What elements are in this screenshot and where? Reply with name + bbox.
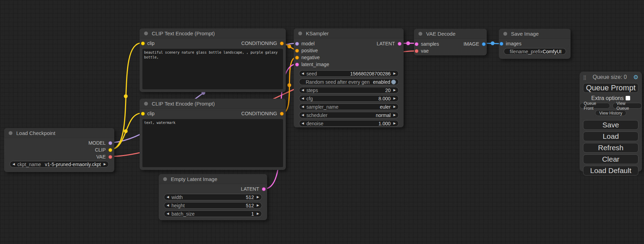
toggle-led-icon[interactable] xyxy=(391,80,396,84)
view-history-button[interactable]: View History xyxy=(595,110,626,116)
output-label-model: MODEL xyxy=(88,140,106,146)
increment-icon[interactable]: ▶ xyxy=(394,114,396,117)
output-slot-latent[interactable] xyxy=(398,42,402,46)
collapse-dot-icon[interactable] xyxy=(144,31,148,35)
increment-icon[interactable]: ▶ xyxy=(394,72,396,75)
increment-icon[interactable]: ▶ xyxy=(394,89,396,92)
widget-label: height xyxy=(171,203,185,208)
output-label-clip: CLIP xyxy=(95,147,106,153)
decrement-icon[interactable]: ◀ xyxy=(167,212,169,215)
decrement-icon[interactable]: ◀ xyxy=(302,114,304,117)
load-button[interactable]: Load xyxy=(583,132,638,141)
decrement-icon[interactable]: ◀ xyxy=(302,89,304,92)
output-label-image: IMAGE xyxy=(464,41,479,47)
input-slot-vae[interactable] xyxy=(415,49,418,53)
decrement-icon[interactable]: ◀ xyxy=(167,196,169,199)
random-seed-toggle[interactable]: Random seed after every gen enabled xyxy=(299,79,399,85)
node-save-image[interactable]: Save Image images filename_prefix ComfyU… xyxy=(499,29,571,59)
save-button[interactable]: Save xyxy=(583,120,638,130)
input-slot-negative[interactable] xyxy=(295,56,299,60)
node-load-checkpoint[interactable]: Load Checkpoint MODEL CLIP VAE ◀ ckpt_na… xyxy=(4,128,114,172)
height-widget[interactable]: ◀ height 512 ▶ xyxy=(164,202,262,209)
queue-prompt-button[interactable]: Queue Prompt xyxy=(583,83,638,93)
output-slot-model[interactable] xyxy=(108,141,112,145)
node-vae-decode[interactable]: VAE Decode samples IMAGE vae xyxy=(414,29,487,55)
collapse-dot-icon[interactable] xyxy=(9,131,12,135)
input-slot-latent-image[interactable] xyxy=(295,63,299,66)
node-header: VAE Decode xyxy=(414,29,487,39)
collapse-dot-icon[interactable] xyxy=(503,32,507,36)
input-label-images: images xyxy=(506,41,521,46)
node-ksampler[interactable]: KSampler model LATENT positive negative … xyxy=(294,28,404,127)
denoise-widget[interactable]: ◀ denoise 1.000 ▶ xyxy=(299,120,399,127)
output-slot-conditioning[interactable] xyxy=(280,112,284,116)
input-slot-images[interactable] xyxy=(500,42,503,46)
decrement-icon[interactable]: ◀ xyxy=(167,204,169,207)
cfg-widget[interactable]: ◀ cfg 8.000 ▶ xyxy=(299,95,399,102)
drag-handle-icon[interactable]: ⣿ xyxy=(583,75,586,80)
output-label-latent: LATENT xyxy=(241,186,259,192)
increment-icon[interactable]: ▶ xyxy=(394,105,396,108)
increment-icon[interactable]: ▶ xyxy=(394,122,396,125)
collapse-dot-icon[interactable] xyxy=(144,102,148,106)
input-slot-samples[interactable] xyxy=(415,42,418,46)
output-slot-clip[interactable] xyxy=(108,148,112,152)
input-slot-positive[interactable] xyxy=(295,49,299,53)
ckpt-name-widget[interactable]: ◀ ckpt_name v1-5-pruned-emaonly.ckpt ▶ xyxy=(10,161,109,168)
widget-label: denoise xyxy=(306,121,323,126)
comfyui-canvas[interactable]: { "icons": { "left_arrow": "◀", "right_a… xyxy=(0,0,644,244)
output-slot-vae[interactable] xyxy=(108,155,112,159)
sampler-name-widget[interactable]: ◀ sampler_name euler ▶ xyxy=(299,103,399,110)
widget-label: cfg xyxy=(306,96,313,101)
widget-value: v1-5-pruned-emaonly.ckpt xyxy=(45,162,101,167)
increment-icon[interactable]: ▶ xyxy=(104,163,106,166)
refresh-button[interactable]: Refresh xyxy=(583,143,638,153)
output-slot-image[interactable] xyxy=(482,42,486,46)
widget-value: 156680208700286 xyxy=(350,71,391,76)
collapse-dot-icon[interactable] xyxy=(163,177,167,181)
node-empty-latent-image[interactable]: Empty Latent Image LATENT ◀ width 512 ▶ … xyxy=(159,174,267,220)
input-slot-model[interactable] xyxy=(295,42,299,46)
scheduler-widget[interactable]: ◀ scheduler normal ▶ xyxy=(299,112,399,118)
extra-options-checkbox[interactable] xyxy=(626,96,630,100)
node-title: VAE Decode xyxy=(426,31,456,37)
decrement-icon[interactable]: ◀ xyxy=(302,105,304,108)
decrement-icon[interactable]: ◀ xyxy=(302,97,304,100)
input-label-clip: clip xyxy=(147,111,155,116)
batch-size-widget[interactable]: ◀ batch_size 1 ▶ xyxy=(164,210,262,217)
load-default-button[interactable]: Load Default xyxy=(583,166,638,175)
link-dot-clip-positive xyxy=(124,94,128,98)
collapse-dot-icon[interactable] xyxy=(418,32,422,36)
node-clip-text-encode-positive[interactable]: CLIP Text Encode (Prompt) clip CONDITION… xyxy=(140,28,286,92)
steps-widget[interactable]: ◀ steps 20 ▶ xyxy=(299,87,399,93)
widget-label: scheduler xyxy=(306,112,327,118)
output-slot-conditioning[interactable] xyxy=(280,42,284,45)
node-title: KSampler xyxy=(306,30,329,36)
settings-gear-icon[interactable]: ⚙ xyxy=(633,74,638,80)
width-widget[interactable]: ◀ width 512 ▶ xyxy=(164,194,262,200)
node-title: Empty Latent Image xyxy=(171,176,217,182)
seed-widget[interactable]: ◀ seed 156680208700286 ▶ xyxy=(299,70,399,77)
increment-icon[interactable]: ▶ xyxy=(394,97,396,100)
collapse-dot-icon[interactable] xyxy=(298,31,302,35)
view-queue-button[interactable]: View Queue xyxy=(612,103,642,109)
increment-icon[interactable]: ▶ xyxy=(257,212,259,215)
node-title: Save Image xyxy=(511,31,539,37)
increment-icon[interactable]: ▶ xyxy=(257,196,259,199)
node-clip-text-encode-negative[interactable]: CLIP Text Encode (Prompt) clip CONDITION… xyxy=(140,99,286,170)
increment-icon[interactable]: ▶ xyxy=(257,204,259,207)
positive-prompt-textarea[interactable]: beautiful scenery nature glass bottle la… xyxy=(142,49,283,89)
input-slot-clip[interactable] xyxy=(141,112,145,116)
output-slot-latent[interactable] xyxy=(262,187,266,191)
link-dot-latent-samples xyxy=(406,42,410,45)
widget-value: euler xyxy=(380,104,390,110)
decrement-icon[interactable]: ◀ xyxy=(302,122,304,125)
negative-prompt-textarea[interactable]: text, watermark xyxy=(142,119,283,167)
decrement-icon[interactable]: ◀ xyxy=(12,163,15,166)
decrement-icon[interactable]: ◀ xyxy=(302,72,304,75)
input-label-vae: vae xyxy=(421,48,429,54)
clear-button[interactable]: Clear xyxy=(583,154,638,164)
filename-prefix-widget[interactable]: filename_prefix ComfyUI xyxy=(504,48,566,55)
input-slot-clip[interactable] xyxy=(141,42,145,45)
queue-front-button[interactable]: Queue Front xyxy=(580,103,610,109)
